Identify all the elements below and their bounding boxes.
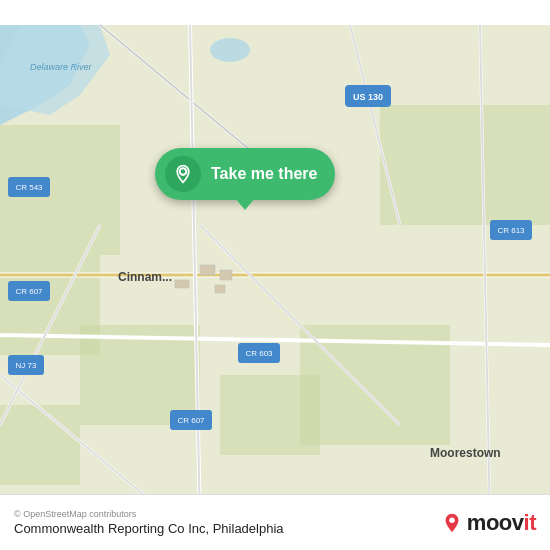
svg-text:NJ 73: NJ 73 [16, 361, 37, 370]
svg-text:Moorestown: Moorestown [430, 446, 501, 460]
svg-rect-9 [0, 405, 80, 485]
moovit-logo: moovit [441, 510, 536, 536]
svg-text:Cinnam...: Cinnam... [118, 270, 172, 284]
svg-rect-47 [215, 285, 225, 293]
svg-rect-44 [200, 265, 215, 275]
svg-rect-45 [220, 270, 232, 280]
svg-text:CR 607: CR 607 [177, 416, 205, 425]
map-attribution: © OpenStreetMap contributors [14, 509, 284, 519]
map-container: Delaware River [0, 0, 550, 550]
take-me-there-label: Take me there [211, 165, 317, 183]
location-name-label: Commonwealth Reporting Co Inc, Philadelp… [14, 521, 284, 536]
map-background: Delaware River [0, 0, 550, 550]
bottom-left-section: © OpenStreetMap contributors Commonwealt… [14, 509, 284, 536]
popup-pin-icon [165, 156, 201, 192]
moovit-pin-icon [441, 512, 463, 534]
svg-text:CR 607: CR 607 [15, 287, 43, 296]
svg-rect-46 [175, 280, 189, 288]
svg-text:Delaware River: Delaware River [30, 62, 93, 72]
location-popup[interactable]: Take me there [155, 148, 335, 200]
moovit-text: moovit [467, 510, 536, 536]
svg-point-49 [449, 517, 455, 523]
popup-tail [235, 198, 255, 210]
svg-text:CR 603: CR 603 [245, 349, 273, 358]
bottom-info-bar: © OpenStreetMap contributors Commonwealt… [0, 494, 550, 550]
svg-text:CR 543: CR 543 [15, 183, 43, 192]
svg-text:US 130: US 130 [353, 92, 383, 102]
svg-text:CR 613: CR 613 [497, 226, 525, 235]
svg-point-2 [210, 38, 250, 62]
svg-point-48 [180, 168, 187, 175]
svg-rect-5 [380, 105, 550, 225]
svg-rect-8 [220, 375, 320, 455]
